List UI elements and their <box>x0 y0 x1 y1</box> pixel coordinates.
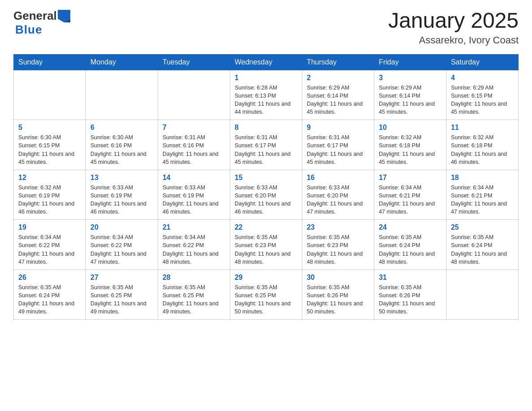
calendar-cell: 11Sunrise: 6:32 AM Sunset: 6:18 PM Dayli… <box>446 120 518 170</box>
calendar-cell: 2Sunrise: 6:29 AM Sunset: 6:14 PM Daylig… <box>302 70 374 120</box>
day-info: Sunrise: 6:30 AM Sunset: 6:16 PM Dayligh… <box>90 133 153 166</box>
day-info: Sunrise: 6:32 AM Sunset: 6:18 PM Dayligh… <box>379 133 442 166</box>
calendar-cell: 22Sunrise: 6:35 AM Sunset: 6:23 PM Dayli… <box>230 220 302 270</box>
logo: General Blue <box>13 9 70 37</box>
day-number: 5 <box>18 124 81 132</box>
day-info: Sunrise: 6:35 AM Sunset: 6:23 PM Dayligh… <box>307 233 369 266</box>
calendar-cell: 27Sunrise: 6:35 AM Sunset: 6:25 PM Dayli… <box>86 270 158 320</box>
location-title: Assarekro, Ivory Coast <box>388 34 519 46</box>
day-info: Sunrise: 6:28 AM Sunset: 6:13 PM Dayligh… <box>235 84 297 116</box>
calendar-cell: 6Sunrise: 6:30 AM Sunset: 6:16 PM Daylig… <box>86 120 158 170</box>
week-row-3: 12Sunrise: 6:32 AM Sunset: 6:19 PM Dayli… <box>14 170 519 220</box>
day-number: 3 <box>379 74 442 82</box>
day-number: 25 <box>451 223 514 231</box>
day-number: 28 <box>163 274 225 282</box>
day-info: Sunrise: 6:31 AM Sunset: 6:17 PM Dayligh… <box>235 133 297 166</box>
calendar-cell: 7Sunrise: 6:31 AM Sunset: 6:16 PM Daylig… <box>158 120 230 170</box>
day-info: Sunrise: 6:34 AM Sunset: 6:21 PM Dayligh… <box>451 184 514 216</box>
day-number: 10 <box>379 124 442 132</box>
calendar-cell <box>86 70 158 120</box>
calendar-cell: 14Sunrise: 6:33 AM Sunset: 6:19 PM Dayli… <box>158 170 230 220</box>
day-number: 19 <box>18 223 81 231</box>
day-info: Sunrise: 6:29 AM Sunset: 6:14 PM Dayligh… <box>379 84 442 116</box>
day-info: Sunrise: 6:34 AM Sunset: 6:21 PM Dayligh… <box>379 184 442 216</box>
day-info: Sunrise: 6:35 AM Sunset: 6:25 PM Dayligh… <box>235 283 297 316</box>
day-number: 6 <box>90 124 153 132</box>
logo-general: General <box>13 9 57 23</box>
weekday-header-thursday: Thursday <box>302 54 374 70</box>
day-number: 16 <box>307 174 369 182</box>
calendar-cell: 3Sunrise: 6:29 AM Sunset: 6:14 PM Daylig… <box>374 70 446 120</box>
day-number: 21 <box>163 223 225 231</box>
day-number: 2 <box>307 74 369 82</box>
day-number: 29 <box>235 274 297 282</box>
calendar-cell: 25Sunrise: 6:35 AM Sunset: 6:24 PM Dayli… <box>446 220 518 270</box>
weekday-header-saturday: Saturday <box>446 54 518 70</box>
calendar-cell: 13Sunrise: 6:33 AM Sunset: 6:19 PM Dayli… <box>86 170 158 220</box>
day-info: Sunrise: 6:33 AM Sunset: 6:19 PM Dayligh… <box>90 184 153 216</box>
day-info: Sunrise: 6:35 AM Sunset: 6:23 PM Dayligh… <box>235 233 297 266</box>
calendar-cell: 8Sunrise: 6:31 AM Sunset: 6:17 PM Daylig… <box>230 120 302 170</box>
day-info: Sunrise: 6:35 AM Sunset: 6:24 PM Dayligh… <box>379 233 442 266</box>
week-row-4: 19Sunrise: 6:34 AM Sunset: 6:22 PM Dayli… <box>14 220 519 270</box>
day-info: Sunrise: 6:35 AM Sunset: 6:26 PM Dayligh… <box>307 283 369 316</box>
day-number: 12 <box>18 174 81 182</box>
day-info: Sunrise: 6:30 AM Sunset: 6:15 PM Dayligh… <box>18 133 81 166</box>
day-number: 26 <box>18 274 81 282</box>
day-number: 8 <box>235 124 297 132</box>
title-section: January 2025 Assarekro, Ivory Coast <box>388 9 519 46</box>
week-row-5: 26Sunrise: 6:35 AM Sunset: 6:24 PM Dayli… <box>14 270 519 320</box>
calendar-cell: 9Sunrise: 6:31 AM Sunset: 6:17 PM Daylig… <box>302 120 374 170</box>
weekday-header-friday: Friday <box>374 54 446 70</box>
day-info: Sunrise: 6:29 AM Sunset: 6:14 PM Dayligh… <box>307 84 369 116</box>
day-number: 20 <box>90 223 153 231</box>
week-row-2: 5Sunrise: 6:30 AM Sunset: 6:15 PM Daylig… <box>14 120 519 170</box>
day-info: Sunrise: 6:35 AM Sunset: 6:24 PM Dayligh… <box>451 233 514 266</box>
calendar-cell: 12Sunrise: 6:32 AM Sunset: 6:19 PM Dayli… <box>14 170 86 220</box>
day-number: 15 <box>235 174 297 182</box>
day-info: Sunrise: 6:35 AM Sunset: 6:24 PM Dayligh… <box>18 283 81 316</box>
calendar-cell: 19Sunrise: 6:34 AM Sunset: 6:22 PM Dayli… <box>14 220 86 270</box>
day-info: Sunrise: 6:33 AM Sunset: 6:19 PM Dayligh… <box>163 184 225 216</box>
calendar-cell: 24Sunrise: 6:35 AM Sunset: 6:24 PM Dayli… <box>374 220 446 270</box>
day-info: Sunrise: 6:34 AM Sunset: 6:22 PM Dayligh… <box>90 233 153 266</box>
logo-icon <box>58 10 70 22</box>
calendar-cell: 21Sunrise: 6:34 AM Sunset: 6:22 PM Dayli… <box>158 220 230 270</box>
day-info: Sunrise: 6:35 AM Sunset: 6:25 PM Dayligh… <box>163 283 225 316</box>
day-number: 23 <box>307 223 369 231</box>
weekday-header-monday: Monday <box>86 54 158 70</box>
calendar-table: SundayMondayTuesdayWednesdayThursdayFrid… <box>13 54 519 320</box>
day-info: Sunrise: 6:35 AM Sunset: 6:25 PM Dayligh… <box>90 283 153 316</box>
month-title: January 2025 <box>388 9 519 33</box>
day-info: Sunrise: 6:35 AM Sunset: 6:26 PM Dayligh… <box>379 283 442 316</box>
day-number: 1 <box>235 74 297 82</box>
day-info: Sunrise: 6:29 AM Sunset: 6:15 PM Dayligh… <box>451 84 514 116</box>
day-info: Sunrise: 6:31 AM Sunset: 6:16 PM Dayligh… <box>163 133 225 166</box>
calendar-cell: 31Sunrise: 6:35 AM Sunset: 6:26 PM Dayli… <box>374 270 446 320</box>
day-info: Sunrise: 6:34 AM Sunset: 6:22 PM Dayligh… <box>18 233 81 266</box>
logo-blue: Blue <box>15 23 42 37</box>
day-info: Sunrise: 6:33 AM Sunset: 6:20 PM Dayligh… <box>307 184 369 216</box>
calendar-cell: 15Sunrise: 6:33 AM Sunset: 6:20 PM Dayli… <box>230 170 302 220</box>
weekday-header-sunday: Sunday <box>14 54 86 70</box>
calendar-cell: 20Sunrise: 6:34 AM Sunset: 6:22 PM Dayli… <box>86 220 158 270</box>
day-number: 18 <box>451 174 514 182</box>
calendar-cell: 4Sunrise: 6:29 AM Sunset: 6:15 PM Daylig… <box>446 70 518 120</box>
calendar-cell: 10Sunrise: 6:32 AM Sunset: 6:18 PM Dayli… <box>374 120 446 170</box>
day-info: Sunrise: 6:33 AM Sunset: 6:20 PM Dayligh… <box>235 184 297 216</box>
calendar-cell: 28Sunrise: 6:35 AM Sunset: 6:25 PM Dayli… <box>158 270 230 320</box>
day-number: 13 <box>90 174 153 182</box>
calendar-cell: 16Sunrise: 6:33 AM Sunset: 6:20 PM Dayli… <box>302 170 374 220</box>
day-number: 22 <box>235 223 297 231</box>
day-number: 31 <box>379 274 442 282</box>
calendar-cell: 17Sunrise: 6:34 AM Sunset: 6:21 PM Dayli… <box>374 170 446 220</box>
weekday-header-row: SundayMondayTuesdayWednesdayThursdayFrid… <box>14 54 519 70</box>
calendar-cell: 5Sunrise: 6:30 AM Sunset: 6:15 PM Daylig… <box>14 120 86 170</box>
day-number: 14 <box>163 174 225 182</box>
day-number: 30 <box>307 274 369 282</box>
week-row-1: 1Sunrise: 6:28 AM Sunset: 6:13 PM Daylig… <box>14 70 519 120</box>
day-number: 4 <box>451 74 514 82</box>
day-number: 11 <box>451 124 514 132</box>
calendar-cell: 26Sunrise: 6:35 AM Sunset: 6:24 PM Dayli… <box>14 270 86 320</box>
calendar-cell: 18Sunrise: 6:34 AM Sunset: 6:21 PM Dayli… <box>446 170 518 220</box>
